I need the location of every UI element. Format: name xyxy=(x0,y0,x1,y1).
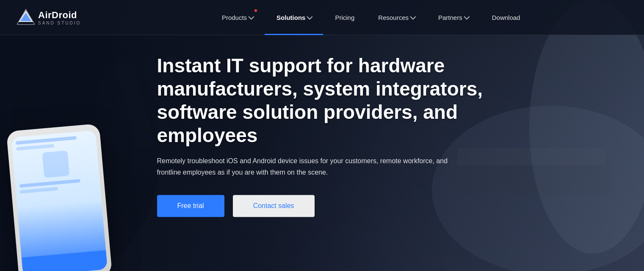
navbar: AirDroid Sand Studio Products Solutions … xyxy=(0,0,644,35)
products-notification-dot xyxy=(254,9,257,12)
nav-links: Products Solutions Pricing Resources xyxy=(115,0,627,35)
nav-label-solutions: Solutions xyxy=(276,14,305,21)
phone-screen-content xyxy=(11,130,101,201)
phone-content-bar-3 xyxy=(19,179,80,188)
phone-app-icon xyxy=(42,151,69,178)
phone-screen xyxy=(11,130,108,271)
nav-item-partners: Partners xyxy=(426,0,480,35)
nav-item-pricing: Pricing xyxy=(323,0,366,35)
phone-content-bar-4 xyxy=(20,187,58,194)
logo[interactable]: AirDroid Sand Studio xyxy=(17,8,81,26)
nav-link-products[interactable]: Products xyxy=(210,0,265,35)
nav-link-resources[interactable]: Resources xyxy=(366,0,426,35)
nav-link-partners[interactable]: Partners xyxy=(426,0,480,35)
nav-link-download[interactable]: Download xyxy=(480,0,532,35)
nav-label-resources: Resources xyxy=(378,14,409,21)
nav-label-pricing: Pricing xyxy=(335,14,354,21)
contact-sales-button[interactable]: Contact sales xyxy=(233,195,315,217)
hero-title: Instant IT support for hardware manufact… xyxy=(157,54,521,148)
hero-content: Instant IT support for hardware manufact… xyxy=(157,54,521,217)
chevron-down-icon xyxy=(248,14,254,20)
nav-item-solutions: Solutions xyxy=(265,0,323,35)
chevron-down-icon xyxy=(307,14,313,20)
nav-label-products: Products xyxy=(222,14,247,21)
nav-label-download: Download xyxy=(492,14,520,21)
chevron-down-icon xyxy=(464,14,470,20)
nav-label-partners: Partners xyxy=(438,14,462,21)
chevron-down-icon xyxy=(410,14,416,20)
logo-text: AirDroid Sand Studio xyxy=(38,10,81,25)
phone-device xyxy=(6,123,113,271)
nav-item-download: Download xyxy=(480,0,532,35)
nav-link-solutions[interactable]: Solutions xyxy=(265,0,323,35)
hero-section: Instant IT support for hardware manufact… xyxy=(0,0,644,271)
logo-icon xyxy=(17,8,35,26)
logo-main-text: AirDroid xyxy=(38,10,81,21)
hero-buttons: Free trial Contact sales xyxy=(157,195,521,217)
phone-content-bar-1 xyxy=(16,136,77,145)
logo-sub-text: Sand Studio xyxy=(38,21,81,25)
phone-mockup xyxy=(0,110,152,271)
hero-subtitle: Remotely troubleshoot iOS and Android de… xyxy=(157,156,462,178)
nav-link-pricing[interactable]: Pricing xyxy=(323,0,366,35)
phone-content-bar-2 xyxy=(16,144,54,151)
free-trial-button[interactable]: Free trial xyxy=(157,195,224,217)
nav-item-products: Products xyxy=(210,0,265,35)
phone-bottom-bar xyxy=(22,250,108,271)
nav-item-resources: Resources xyxy=(366,0,426,35)
